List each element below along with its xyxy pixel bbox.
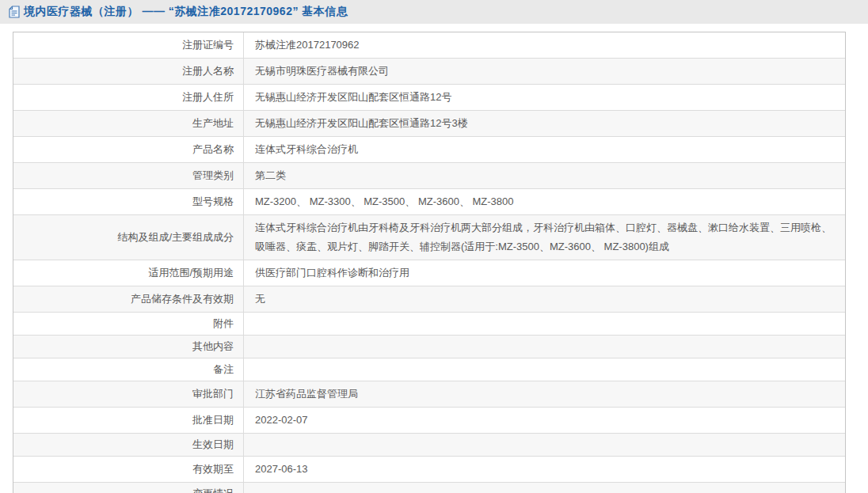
document-icon <box>9 6 20 18</box>
row-value: 连体式牙科综合治疗机 <box>244 137 845 162</box>
table-row: 变更情况 <box>13 483 845 493</box>
row-value: 无 <box>244 286 845 312</box>
table-row: 注册证编号 苏械注准20172170962 <box>13 32 845 59</box>
row-label: 备注 <box>13 358 244 381</box>
table-row: 适用范围/预期用途 供医疗部门口腔科作诊断和治疗用 <box>13 260 845 286</box>
page-title: 境内医疗器械（注册） —— “苏械注准20172170962” 基本信息 <box>24 5 348 19</box>
row-value: 江苏省药品监督管理局 <box>244 381 845 407</box>
registration-info-table: 注册证编号 苏械注准20172170962 注册人名称 无锡市明珠医疗器械有限公… <box>13 32 846 493</box>
table-row: 生效日期 <box>13 434 845 457</box>
row-value: 2027-06-13 <box>244 457 845 482</box>
table-row: 附件 <box>13 313 845 336</box>
table-row: 产品名称 连体式牙科综合治疗机 <box>13 137 845 163</box>
row-label: 注册人名称 <box>13 59 244 84</box>
row-value: 2022-02-07 <box>244 408 845 433</box>
row-value: 连体式牙科综合治疗机由牙科椅及牙科治疗机两大部分组成，牙科治疗机由箱体、口腔灯、… <box>244 215 845 260</box>
table-row: 批准日期 2022-02-07 <box>13 408 845 434</box>
row-value: 供医疗部门口腔科作诊断和治疗用 <box>244 260 845 286</box>
table-row: 生产地址 无锡惠山经济开发区阳山配套区恒通路12号3楼 <box>13 111 845 137</box>
table-row: 结构及组成/主要组成成分 连体式牙科综合治疗机由牙科椅及牙科治疗机两大部分组成，… <box>13 215 845 260</box>
row-value: 无锡市明珠医疗器械有限公司 <box>244 59 845 84</box>
row-value: 无锡惠山经济开发区阳山配套区恒通路12号3楼 <box>244 111 845 136</box>
row-label: 生效日期 <box>13 434 244 456</box>
row-value <box>244 336 845 358</box>
row-value <box>244 434 845 456</box>
row-label: 产品储存条件及有效期 <box>13 286 244 312</box>
row-label: 附件 <box>13 313 244 335</box>
row-label: 审批部门 <box>13 381 244 407</box>
row-value: MZ-3200、 MZ-3300、 MZ-3500、 MZ-3600、 MZ-3… <box>244 189 845 214</box>
table-row: 注册人名称 无锡市明珠医疗器械有限公司 <box>13 59 845 85</box>
row-label: 注册证编号 <box>13 32 244 58</box>
table-row: 注册人住所 无锡惠山经济开发区阳山配套区恒通路12号 <box>13 85 845 111</box>
table-row: 有效期至 2027-06-13 <box>13 457 845 483</box>
table-row: 审批部门 江苏省药品监督管理局 <box>13 381 845 408</box>
row-label: 生产地址 <box>13 111 244 136</box>
table-row: 备注 <box>13 358 845 381</box>
table-row: 管理类别 第二类 <box>13 163 845 189</box>
row-label: 其他内容 <box>13 336 244 358</box>
page-header: 境内医疗器械（注册） —— “苏械注准20172170962” 基本信息 <box>0 0 868 24</box>
row-value <box>244 313 845 335</box>
row-label: 有效期至 <box>13 457 244 482</box>
table-row: 型号规格 MZ-3200、 MZ-3300、 MZ-3500、 MZ-3600、… <box>13 189 845 215</box>
row-value: 无锡惠山经济开发区阳山配套区恒通路12号 <box>244 85 845 110</box>
row-value: 苏械注准20172170962 <box>244 32 845 58</box>
row-label: 管理类别 <box>13 163 244 188</box>
row-label: 结构及组成/主要组成成分 <box>13 215 244 260</box>
row-value <box>244 483 845 493</box>
row-label: 变更情况 <box>13 483 244 493</box>
row-label: 适用范围/预期用途 <box>13 260 244 286</box>
row-label: 批准日期 <box>13 408 244 433</box>
row-label: 注册人住所 <box>13 85 244 110</box>
row-label: 型号规格 <box>13 189 244 214</box>
row-label: 产品名称 <box>13 137 244 162</box>
row-value <box>244 358 845 381</box>
table-row: 其他内容 <box>13 336 845 358</box>
table-row: 产品储存条件及有效期 无 <box>13 286 845 313</box>
row-value: 第二类 <box>244 163 845 188</box>
